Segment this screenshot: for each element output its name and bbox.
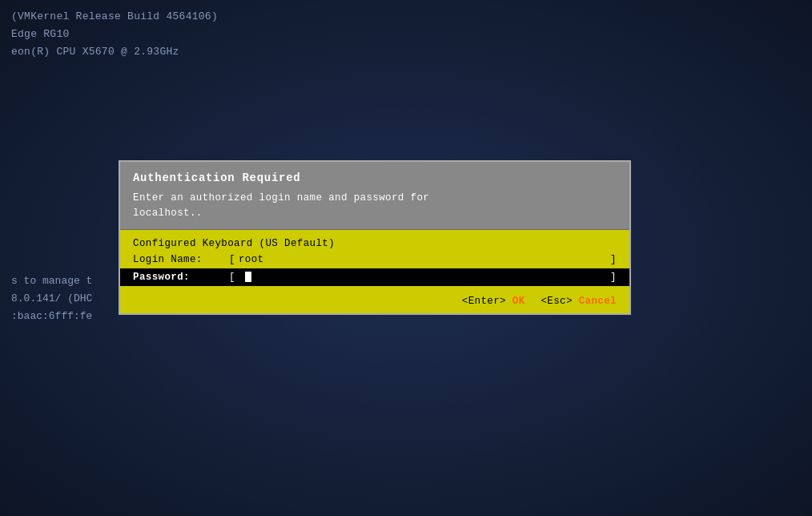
enter-label: <Enter>	[462, 296, 506, 307]
auth-dialog: Authentication Required Enter an authori…	[119, 160, 631, 315]
terminal-line-1: (VMKernel Release Build 4564106)	[11, 8, 218, 26]
keyboard-info: Configured Keyboard (US Default)	[133, 238, 617, 249]
login-label: Login Name:	[133, 254, 229, 265]
terminal-line-5: 8.0.141/ (DHC	[11, 290, 92, 308]
cancel-button[interactable]: Cancel	[579, 296, 617, 307]
login-bracket-open: [	[229, 254, 235, 265]
password-value	[235, 272, 610, 283]
login-field[interactable]: [ root ]	[229, 254, 617, 265]
terminal-line-2: Edge RG10	[11, 26, 218, 43]
login-value: root	[235, 254, 610, 265]
dialog-body: Configured Keyboard (US Default) Login N…	[120, 230, 629, 291]
esc-label: <Esc>	[541, 296, 572, 307]
dialog-title: Authentication Required	[133, 171, 617, 184]
terminal-screen: (VMKernel Release Build 4564106) Edge RG…	[0, 0, 812, 516]
dialog-description: Enter an authorized login name and passw…	[133, 191, 617, 221]
password-bracket-close: ]	[610, 272, 617, 283]
ok-button[interactable]: OK	[513, 296, 525, 307]
terminal-line-6: :baac:6fff:fe	[11, 308, 92, 325]
password-field[interactable]: [ ]	[229, 272, 617, 283]
password-bracket-open: [	[229, 272, 235, 283]
password-row: Password: [ ]	[120, 268, 629, 286]
terminal-line-4: s to manage t	[11, 272, 92, 290]
terminal-background-text-bottom: s to manage t 8.0.141/ (DHC :baac:6fff:f…	[0, 264, 103, 333]
cursor	[245, 272, 251, 282]
dialog-desc-line1: Enter an authorized login name and passw…	[133, 192, 429, 204]
terminal-line-3: eon(R) CPU X5670 @ 2.93GHz	[11, 43, 218, 61]
dialog-desc-line2: localhost..	[133, 208, 203, 219]
login-name-row: Login Name: [ root ]	[133, 254, 617, 265]
terminal-background-text: (VMKernel Release Build 4564106) Edge RG…	[0, 0, 229, 69]
dialog-header: Authentication Required Enter an authori…	[120, 162, 629, 230]
login-bracket-close: ]	[610, 254, 617, 265]
password-label: Password:	[133, 272, 229, 283]
dialog-actions: <Enter> OK <Esc> Cancel	[120, 291, 629, 313]
